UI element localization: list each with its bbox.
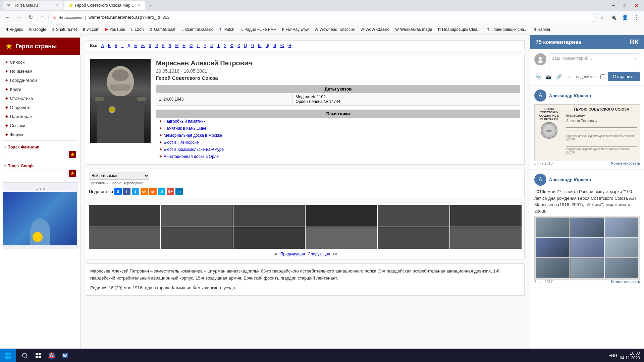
share-btn-gp[interactable]: G+ <box>167 188 174 195</box>
bookmark-star-button[interactable]: ☆ <box>597 12 607 22</box>
monument-link-4[interactable]: Бюст в Пятигорске <box>164 140 199 145</box>
alpha-n[interactable]: Н <box>181 43 187 49</box>
share-btn-vk[interactable]: В <box>114 188 122 195</box>
forward-button[interactable]: → <box>14 12 24 22</box>
vk-comment-1-image[interactable]: СОЮЗ СОВЕТСКИХ СОЦИАЛИСТ. РЕСПУБЛИК СССР <box>534 104 640 161</box>
google-search-button[interactable]: ★ <box>69 170 76 177</box>
bookmark-wowclassic[interactable]: W WoW Classic <box>358 25 392 34</box>
alpha-ya[interactable]: Я <box>287 43 293 49</box>
emoji-button[interactable]: ☺ <box>633 56 638 61</box>
vk-comment-input[interactable]: Ваш комментарий... ☺ <box>549 53 640 70</box>
reload-button[interactable]: ↻ <box>25 12 36 22</box>
share-btn-ok[interactable]: ok <box>141 188 148 195</box>
sidebar-item-forum[interactable]: + Форум <box>0 130 80 139</box>
bookmark-likefm[interactable]: ♫ Радио «Like FM» <box>237 25 278 34</box>
bookmark-l2central[interactable]: L l2central.classic <box>179 25 216 34</box>
tab-warheroes-close[interactable]: × <box>137 2 141 9</box>
language-select[interactable]: Выбрать язык <box>89 172 149 180</box>
gallery-thumb-10[interactable] <box>306 227 377 249</box>
vk-comment-2-action[interactable]: Комментировать <box>611 280 640 284</box>
bookmark-shatura[interactable]: S Shatura.net <box>50 25 79 34</box>
share-btn-li[interactable]: in <box>175 188 183 195</box>
alpha-sh[interactable]: Ш <box>256 43 263 49</box>
vk-comment-1-author[interactable]: Александр Юрасов <box>549 93 591 98</box>
alpha-kh[interactable]: Х <box>236 43 242 49</box>
alpha-g[interactable]: Г <box>120 43 125 49</box>
attach-photo-icon[interactable]: 📷 <box>545 73 552 81</box>
bookmark-funpay[interactable]: F FunPay wow <box>279 25 311 34</box>
bookmark-vk[interactable]: В vk.com <box>80 25 102 34</box>
minimize-button[interactable]: ─ <box>608 0 619 10</box>
alpha-v[interactable]: В <box>113 43 119 49</box>
sidebar-item-books[interactable]: + Книги <box>0 85 80 94</box>
alpha-t[interactable]: Т <box>216 43 221 49</box>
bookmark-yandex[interactable]: Я Яндекс <box>3 25 25 34</box>
vk-comment-2-author[interactable]: Александр Юрасов <box>549 177 591 182</box>
alpha-u[interactable]: У <box>222 43 228 49</box>
vk-comment-1-action[interactable]: Комментировать <box>611 161 640 165</box>
bookmark-twitch[interactable]: T Twitch <box>217 25 237 34</box>
bookmark-google[interactable]: G Google <box>26 25 49 34</box>
sidebar-item-stats[interactable]: + Статистика <box>0 94 80 103</box>
gallery-thumb-4[interactable] <box>306 205 377 227</box>
attach-link-icon[interactable]: 🔗 <box>555 73 563 81</box>
vk-send-button[interactable]: Отправить <box>608 72 640 81</box>
alpha-z[interactable]: З <box>147 43 153 49</box>
alpha-shch[interactable]: Щ <box>264 43 271 49</box>
extension-button[interactable]: 🔌 <box>608 12 619 22</box>
alpha-k[interactable]: К <box>161 43 166 49</box>
bookmark-planner1[interactable]: П Планировщик Clas... <box>435 25 483 34</box>
alpha-e[interactable]: Е <box>133 43 139 49</box>
attach-music-icon[interactable]: ♪ <box>566 73 573 81</box>
tab-mail-close[interactable]: × <box>55 2 59 9</box>
gallery-thumb-3[interactable] <box>233 205 305 227</box>
share-btn-fb[interactable]: f <box>123 188 130 195</box>
start-button[interactable] <box>0 349 16 362</box>
alpha-s[interactable]: С <box>209 43 215 49</box>
bookmark-planner2[interactable]: П Планировщик сна... <box>484 25 530 34</box>
sidebar-item-cities[interactable]: + Города-герои <box>0 76 80 85</box>
gallery-thumb-6[interactable] <box>450 205 522 227</box>
sidebar-item-list[interactable]: + Список <box>0 58 80 67</box>
menu-button[interactable]: ⋮ <box>631 12 641 22</box>
gallery-thumb-12[interactable] <box>450 227 522 249</box>
gallery-next-button[interactable]: Следующая <box>308 252 330 256</box>
sidebar-item-about[interactable]: + О проекте <box>0 103 80 112</box>
family-search-button[interactable]: ★ <box>69 151 76 158</box>
tab-mail[interactable]: ✉ Почта Mail.ru × <box>3 1 63 10</box>
alpha-p[interactable]: П <box>195 43 201 49</box>
attach-file-icon[interactable]: 📎 <box>534 73 542 81</box>
share-btn-mail[interactable]: @ <box>149 188 157 195</box>
tab-warheroes[interactable]: ⭐ Герой Советского Союза Маре... × <box>64 1 145 10</box>
home-button[interactable]: ⌂ <box>37 12 47 22</box>
gallery-thumb-1[interactable] <box>89 205 160 227</box>
gallery-thumb-7[interactable] <box>89 227 160 249</box>
alpha-ts[interactable]: Ц <box>243 43 249 49</box>
sidebar-item-names[interactable]: + По именам <box>0 67 80 76</box>
taskbar-search-button[interactable] <box>19 350 31 362</box>
bookmark-l2on[interactable]: L L2on <box>128 25 146 34</box>
alpha-a[interactable]: А <box>100 43 106 49</box>
gallery-thumb-2[interactable] <box>161 205 232 227</box>
back-button[interactable]: ← <box>3 12 13 22</box>
profile-button[interactable]: 👤 <box>620 12 630 22</box>
alpha-o[interactable]: О <box>188 43 194 49</box>
share-btn-skype[interactable]: S <box>158 188 165 195</box>
bookmark-youtube[interactable]: ▶ YouTube <box>103 25 128 34</box>
gallery-thumb-11[interactable] <box>378 227 449 249</box>
bookmark-gamecoast[interactable]: G GameCoast <box>147 25 178 34</box>
share-btn-tw[interactable]: t <box>132 188 139 195</box>
monument-link-5[interactable]: Бюст в Комсомольске-на-Амуре <box>164 147 224 152</box>
close-button[interactable]: ✕ <box>631 0 641 10</box>
alpha-f[interactable]: Ф <box>229 43 235 49</box>
monument-link-6[interactable]: Аннотационная доска в Орле <box>164 154 219 159</box>
gallery-thumb-9[interactable] <box>233 227 305 249</box>
alpha-zh[interactable]: Ж <box>140 43 147 49</box>
alpha-all[interactable]: Все <box>88 43 99 49</box>
alpha-ch[interactable]: Ч <box>250 43 256 49</box>
monument-link-3[interactable]: Мемориальная доска в Москве <box>164 133 222 138</box>
alpha-m[interactable]: М <box>173 43 180 49</box>
sidebar-item-links[interactable]: + Ссылки <box>0 121 80 130</box>
gallery-thumb-8[interactable] <box>161 227 232 249</box>
alpha-r[interactable]: Р <box>202 43 208 49</box>
